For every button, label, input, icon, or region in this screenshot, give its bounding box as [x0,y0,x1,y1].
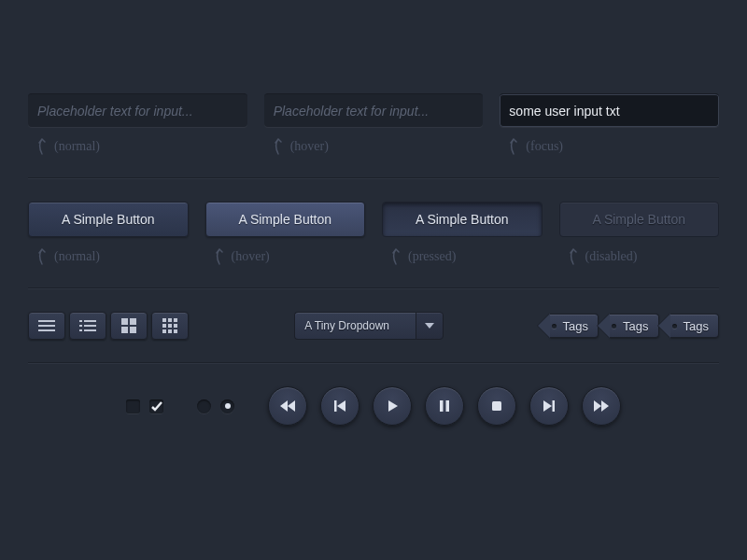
svg-rect-25 [492,401,501,411]
caption-btn-disabled: (disabled) [559,248,720,265]
caption-btn-pressed: (pressed) [382,248,543,265]
svg-rect-19 [162,329,166,333]
rewind-icon [280,399,295,413]
play-button[interactable] [373,386,412,426]
stop-icon [489,399,504,413]
svg-rect-24 [446,400,450,412]
svg-rect-16 [162,324,166,328]
checkbox-unchecked[interactable] [126,399,140,413]
radio-checked[interactable] [220,399,234,413]
arrow-up-icon [389,248,402,265]
svg-rect-0 [38,320,55,322]
rewind-button[interactable] [268,386,307,426]
caption-btn-normal: (normal) [28,248,189,265]
arrow-up-icon [35,138,49,155]
play-icon [385,399,400,413]
divider [28,287,719,289]
caption-focus: (focus) [500,138,719,155]
grid-small-icon [162,318,177,333]
stop-button[interactable] [477,386,516,426]
simple-button-normal[interactable]: A Simple Button [28,202,189,237]
svg-rect-18 [174,324,177,328]
svg-rect-3 [79,320,82,322]
radio-unchecked[interactable] [197,399,211,413]
controls-row: A Tiny Dropdown Tags Tags Tags [28,312,719,340]
simple-button-pressed[interactable]: A Simple Button [382,202,543,237]
svg-rect-17 [168,324,172,328]
dropdown-toggle[interactable] [416,312,444,340]
svg-rect-14 [168,318,172,322]
arrow-up-icon [213,248,226,265]
view-toggle-group [28,312,189,340]
svg-rect-4 [84,320,96,322]
svg-rect-5 [79,325,82,327]
svg-rect-21 [174,329,177,333]
svg-rect-1 [38,325,55,327]
tag-item[interactable]: Tags [670,314,719,338]
simple-button-hover[interactable]: A Simple Button [205,202,366,237]
list-lines-icon [38,319,55,332]
list-bullets-icon [79,319,96,332]
checkbox-checked[interactable] [149,399,163,413]
pause-button[interactable] [425,386,464,426]
svg-rect-26 [553,400,556,412]
text-input-focus[interactable] [500,93,719,127]
svg-rect-8 [84,329,96,331]
svg-rect-7 [79,329,82,331]
previous-button[interactable] [320,386,359,426]
skip-back-icon [332,399,347,413]
svg-rect-11 [121,327,128,333]
text-input-normal[interactable] [28,93,247,127]
skip-forward-icon [542,399,557,413]
media-row [28,386,719,426]
arrow-up-icon [507,138,520,155]
caption-normal: (normal) [28,138,247,155]
svg-rect-10 [130,318,136,325]
view-large-grid-button[interactable] [110,312,148,340]
tag-item[interactable]: Tags [610,314,658,338]
simple-button-disabled: A Simple Button [559,202,720,237]
caption-hover: (hover) [264,138,484,155]
svg-rect-20 [168,329,172,333]
view-detailed-list-button[interactable] [69,312,106,340]
tag-item[interactable]: Tags [550,314,599,338]
tags-group: Tags Tags Tags [550,314,719,338]
text-input-hover[interactable] [264,93,484,127]
svg-rect-22 [334,400,337,412]
fast-forward-icon [594,399,609,413]
arrow-up-icon [35,248,49,265]
svg-rect-23 [440,400,444,412]
divider [28,362,719,364]
svg-rect-13 [162,318,166,322]
svg-rect-6 [84,325,96,327]
inputs-row: (normal) (hover) (focus) [28,93,719,155]
next-button[interactable] [529,386,569,426]
svg-rect-2 [38,329,55,331]
fast-forward-button[interactable] [582,386,621,426]
svg-rect-12 [130,327,136,333]
chevron-down-icon [425,323,434,329]
svg-rect-9 [121,318,128,325]
caption-btn-hover: (hover) [205,248,366,265]
check-icon [150,399,163,413]
arrow-up-icon [567,248,580,265]
tiny-dropdown[interactable]: A Tiny Dropdown [294,312,444,340]
grid-large-icon [121,318,136,333]
arrow-up-icon [272,138,285,155]
divider [28,177,719,179]
pause-icon [437,399,452,413]
svg-rect-15 [174,318,177,322]
view-list-button[interactable] [28,312,65,340]
dropdown-label: A Tiny Dropdown [294,312,416,340]
view-small-grid-button[interactable] [151,312,189,340]
buttons-row: A Simple Button (normal) A Simple Button… [28,202,719,265]
